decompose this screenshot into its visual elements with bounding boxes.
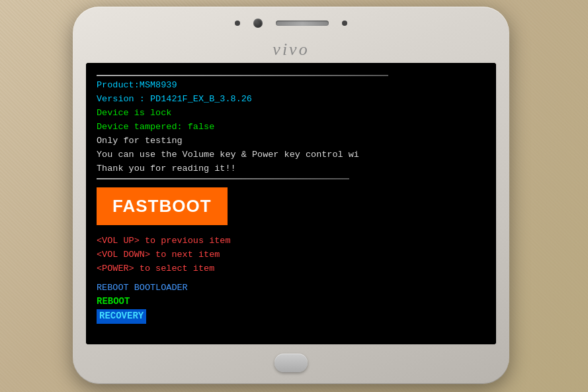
speaker-grille-icon — [276, 21, 329, 26]
home-button[interactable] — [274, 354, 308, 372]
volume-key-line: You can use the Volume key & Power key c… — [97, 148, 485, 162]
product-line: Product:MSM8939 — [97, 79, 485, 93]
bottom-separator — [97, 178, 349, 179]
camera-icon — [253, 19, 263, 28]
device-lock-line: Device is lock — [97, 107, 485, 121]
phone-body: vivo Product:MSM8939 Version : PD1421F_E… — [73, 7, 509, 384]
vol-down-item: <VOL DOWN> to next item — [97, 248, 485, 262]
front-sensor-icon — [235, 21, 240, 26]
only-testing-line: Only for testing — [97, 134, 485, 148]
top-separator — [97, 75, 388, 76]
phone-container: vivo Product:MSM8939 Version : PD1421F_E… — [33, 7, 556, 384]
fastboot-badge: FASTBOOT — [97, 187, 228, 224]
brand-logo: vivo — [273, 40, 309, 60]
ambient-sensor-icon — [342, 21, 347, 26]
device-tampered-line: Device tampered: false — [97, 121, 485, 134]
phone-top-bar — [192, 19, 390, 28]
thank-you-line: Thank you for reading it!! — [97, 162, 485, 176]
vol-up-item: <VOL UP> to previous item — [97, 234, 485, 248]
reboot-item[interactable]: REBOOT — [97, 295, 485, 309]
menu-items: <VOL UP> to previous item <VOL DOWN> to … — [97, 234, 485, 276]
power-select-item: <POWER> to select item — [97, 262, 485, 276]
scene: vivo Product:MSM8939 Version : PD1421F_E… — [0, 0, 588, 392]
version-line: Version : PD1421F_EX_B_3.8.26 — [97, 93, 485, 107]
reboot-bootloader-item[interactable]: REBOOT BOOTLOADER — [97, 281, 485, 295]
phone-screen: Product:MSM8939 Version : PD1421F_EX_B_3… — [86, 63, 496, 344]
recovery-item[interactable]: RECOVERY — [97, 309, 146, 324]
screen-content: Product:MSM8939 Version : PD1421F_EX_B_3… — [86, 63, 496, 344]
